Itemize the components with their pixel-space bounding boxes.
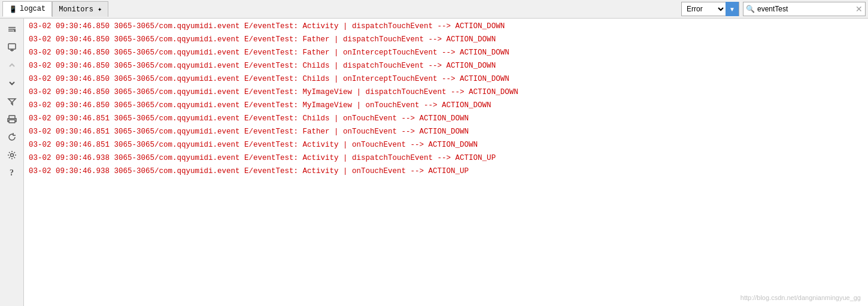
search-input[interactable] [757,5,853,13]
log-line: 03-02 09:30:46.938 3065-3065/com.qqyumid… [24,152,868,165]
search-box: 🔍 ✕ [743,2,866,16]
svg-rect-1 [8,29,16,30]
scroll-to-end-button[interactable] [4,39,20,56]
log-area[interactable]: 03-02 09:30:46.850 3065-3065/com.qqyumid… [24,19,868,306]
settings-button[interactable] [4,147,20,163]
tab-monitors-label: Monitors ✦ [59,5,102,14]
refresh-button[interactable] [4,129,20,146]
sidebar: ? [0,19,24,306]
svg-rect-3 [8,44,16,49]
log-line: 03-02 09:30:46.850 3065-3065/com.qqyumid… [24,33,868,46]
filter-button[interactable] [4,93,20,110]
log-line: 03-02 09:30:46.850 3065-3065/com.qqyumid… [24,20,868,33]
scroll-down-button[interactable] [4,75,20,92]
toolbar: 📱 logcat Monitors ✦ Verbose Debug Info W… [0,0,868,19]
tab-logcat[interactable]: 📱 logcat [2,1,52,17]
tab-monitors[interactable]: Monitors ✦ [52,1,108,17]
filter-dropdown-button[interactable]: ▼ [726,2,739,16]
clear-button[interactable] [4,21,20,38]
log-line: 03-02 09:30:46.850 3065-3065/com.qqyumid… [24,86,868,99]
log-line: 03-02 09:30:46.938 3065-3065/com.qqyumid… [24,165,868,178]
log-line: 03-02 09:30:46.850 3065-3065/com.qqyumid… [24,72,868,86]
scroll-up-button[interactable] [4,57,20,74]
log-line: 03-02 09:30:46.851 3065-3065/com.qqyumid… [24,138,868,152]
toolbar-right: Verbose Debug Info Warn Error Assert ▼ 🔍… [681,2,866,16]
search-clear-button[interactable]: ✕ [855,5,863,13]
filter-dropdown[interactable]: Verbose Debug Info Warn Error Assert [682,2,726,16]
logcat-icon: 📱 [9,5,17,13]
svg-rect-4 [9,116,15,119]
print-button[interactable] [4,111,20,128]
svg-rect-2 [8,31,13,32]
help-button[interactable]: ? [4,165,20,181]
svg-rect-0 [8,27,16,28]
watermark: http://blog.csdn.net/dangnianmingyue_gg [740,294,861,301]
main-area: ? 03-02 09:30:46.850 3065-3065/com.qqyum… [0,19,868,306]
log-line: 03-02 09:30:46.851 3065-3065/com.qqyumid… [24,112,868,125]
search-icon: 🔍 [746,5,755,14]
svg-rect-5 [9,120,15,123]
filter-select-container[interactable]: Verbose Debug Info Warn Error Assert ▼ [681,2,739,16]
svg-point-6 [10,154,13,157]
log-line: 03-02 09:30:46.850 3065-3065/com.qqyumid… [24,59,868,72]
log-line: 03-02 09:30:46.851 3065-3065/com.qqyumid… [24,125,868,138]
log-line: 03-02 09:30:46.850 3065-3065/com.qqyumid… [24,46,868,59]
tab-logcat-label: logcat [20,5,45,13]
log-line: 03-02 09:30:46.850 3065-3065/com.qqyumid… [24,99,868,112]
